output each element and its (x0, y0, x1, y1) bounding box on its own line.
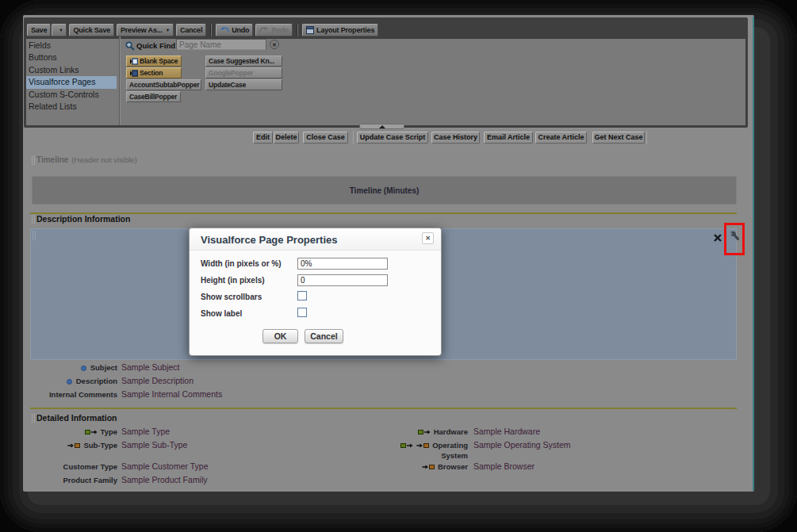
edit-button[interactable]: Edit (253, 132, 273, 144)
cancel-button[interactable]: Cancel (305, 329, 343, 343)
category-custom-s-controls[interactable]: Custom S-Controls (26, 89, 117, 101)
show-scrollbars-checkbox[interactable] (297, 291, 307, 300)
section-divider (30, 408, 737, 409)
show-scrollbars-label: Show scrollbars (201, 293, 262, 301)
category-buttons[interactable]: Buttons (26, 52, 117, 63)
palette-item-accountsubtabpopper[interactable]: AccountSubtabPopper (126, 79, 201, 90)
clear-icon[interactable]: ✕ (270, 40, 279, 49)
field-label: Type (32, 427, 117, 438)
button-separator (646, 131, 647, 144)
field-label: Operating System (381, 441, 468, 460)
palette-item-casebillpopper[interactable]: CaseBillPopper (126, 91, 181, 102)
drag-handle-icon[interactable] (32, 215, 35, 224)
create-article-button[interactable]: Create Article (535, 132, 587, 144)
palette-item-label: CaseBillPopper (129, 93, 177, 101)
section-icon (129, 70, 138, 77)
palette-item-label: Case Suggested Kn... (209, 57, 274, 66)
dependent-field-icon (416, 442, 429, 450)
controlling-field-icon (400, 442, 413, 450)
field-value: Sample Internal Comments (121, 390, 222, 400)
height-input[interactable] (297, 274, 388, 286)
palette-divider (119, 36, 121, 125)
category-fields[interactable]: Fields (26, 40, 117, 52)
remove-component-icon[interactable] (713, 232, 722, 246)
timeline-note: (Header not visible) (71, 155, 136, 164)
window-edge-accent (753, 17, 754, 491)
field-label: Description (32, 377, 117, 386)
controlling-field-icon (418, 428, 431, 437)
palette-item-updatecase[interactable]: UpdateCase (205, 79, 282, 90)
category-custom-links[interactable]: Custom Links (26, 64, 117, 76)
detailed-section-title: Detailed Information (36, 413, 117, 423)
annotation-highlight-box (724, 223, 745, 255)
toolbar-separator (297, 24, 298, 36)
redo-button[interactable]: Redo (255, 24, 293, 36)
field-label: Customer Type (32, 462, 117, 472)
field-value: Sample Description (121, 377, 194, 386)
preview-as-button[interactable]: Preview As...▼ (117, 24, 174, 36)
undo-icon (220, 26, 229, 34)
palette-item-blank-space[interactable]: Blank Space (126, 55, 182, 67)
category-visualforce-pages[interactable]: Visualforce Pages (26, 76, 117, 88)
chevron-down-icon: ▼ (166, 28, 170, 33)
field-label: Sub-Type (32, 441, 117, 451)
controlling-field-icon (85, 428, 98, 437)
timeline-bar-label: Timeline (Minutes) (350, 186, 420, 195)
toolbar: Save ▼ Quick Save Preview As...▼ Cancel … (27, 24, 378, 36)
width-input[interactable] (297, 258, 388, 270)
palette-item-section[interactable]: Section (126, 67, 182, 78)
palette-item-label: Section (140, 69, 163, 78)
redo-label: Redo (271, 26, 289, 34)
field-label: Hardware (381, 427, 468, 438)
description-section-title: Description Information (36, 214, 130, 224)
cancel-button[interactable]: Cancel (176, 24, 206, 36)
dependent-field-icon (422, 463, 435, 472)
delete-button[interactable]: Delete (274, 132, 299, 144)
save-dropdown-button[interactable]: ▼ (52, 24, 67, 36)
show-label-checkbox[interactable] (297, 308, 307, 317)
palette-collapse-tab[interactable] (359, 124, 404, 129)
get-next-case-button[interactable]: Get Next Case (592, 132, 645, 144)
collapse-arrow-icon (379, 125, 385, 128)
blank-space-icon (129, 58, 138, 65)
layout-properties-button[interactable]: Layout Properties (302, 24, 378, 36)
field-value: Sample Browser (473, 462, 535, 472)
update-case-script-button[interactable]: Update Case Script (357, 132, 428, 144)
field-value: Sample Hardware (473, 427, 540, 437)
drag-handle-icon[interactable] (33, 232, 36, 240)
dialog-title: Visualforce Page Properties (201, 234, 337, 246)
ok-button[interactable]: OK (262, 329, 298, 343)
field-label: Subject (32, 363, 117, 373)
field-value: Sample Sub-Type (121, 441, 187, 450)
timeline-component[interactable]: Timeline (Minutes) (32, 176, 737, 205)
undo-button[interactable]: Undo (216, 24, 253, 36)
palette-item-case-suggested[interactable]: Case Suggested Kn... (205, 55, 282, 67)
field-value: Sample Type (121, 427, 170, 437)
section-divider (30, 212, 737, 214)
email-article-button[interactable]: Email Article (484, 132, 533, 144)
undo-label: Undo (232, 26, 249, 34)
field-value: Sample Customer Type (121, 462, 209, 472)
search-icon (125, 40, 135, 54)
case-history-button[interactable]: Case History (431, 132, 480, 144)
quick-save-button[interactable]: Quick Save (69, 24, 114, 36)
show-label-label: Show label (201, 309, 242, 318)
field-value: Sample Subject (121, 363, 180, 373)
category-related-lists[interactable]: Related Lists (26, 101, 117, 113)
palette-item-label: UpdateCase (209, 81, 246, 90)
field-value: Sample Product Family (121, 476, 208, 485)
close-icon[interactable]: ✕ (422, 232, 434, 244)
timeline-section-title: Timeline(Header not visible) (36, 155, 137, 164)
drag-handle-icon[interactable] (32, 156, 35, 165)
save-button[interactable]: Save (27, 24, 51, 36)
width-label: Width (in pixels or %) (201, 259, 282, 268)
field-label: Product Family (32, 476, 117, 485)
quick-find-label: Quick Find (136, 41, 175, 50)
field-value: Sample Operating System (473, 441, 571, 450)
quick-find-input[interactable] (176, 39, 266, 50)
palette-item-googlepopper[interactable]: GooglePopper (205, 67, 282, 78)
layout-properties-label: Layout Properties (316, 26, 374, 34)
close-case-button[interactable]: Close Case (303, 132, 348, 144)
drag-handle-icon[interactable] (32, 414, 35, 423)
redo-icon (259, 26, 269, 34)
